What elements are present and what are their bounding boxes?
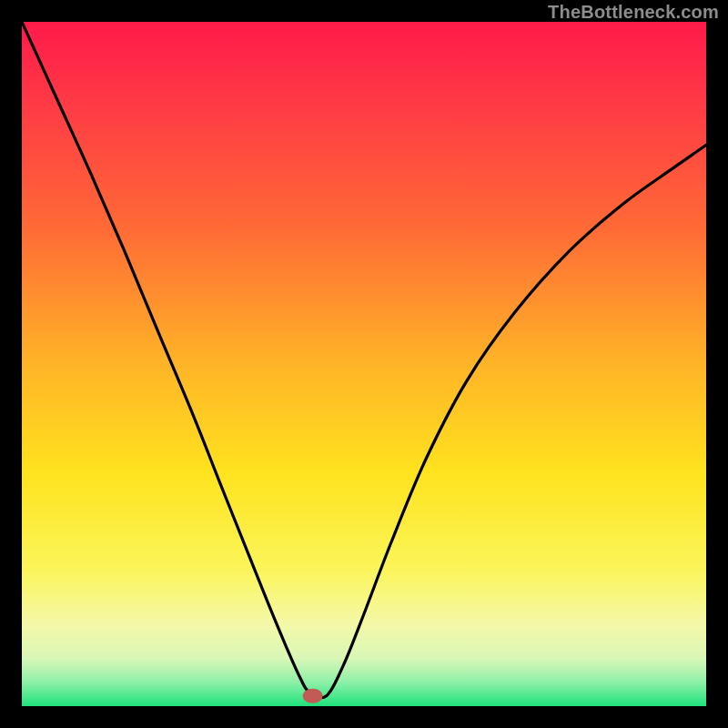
chart-plot bbox=[22, 22, 706, 706]
gradient-background bbox=[22, 22, 706, 706]
optimum-marker bbox=[303, 689, 323, 703]
watermark-text: TheBottleneck.com bbox=[548, 2, 719, 23]
